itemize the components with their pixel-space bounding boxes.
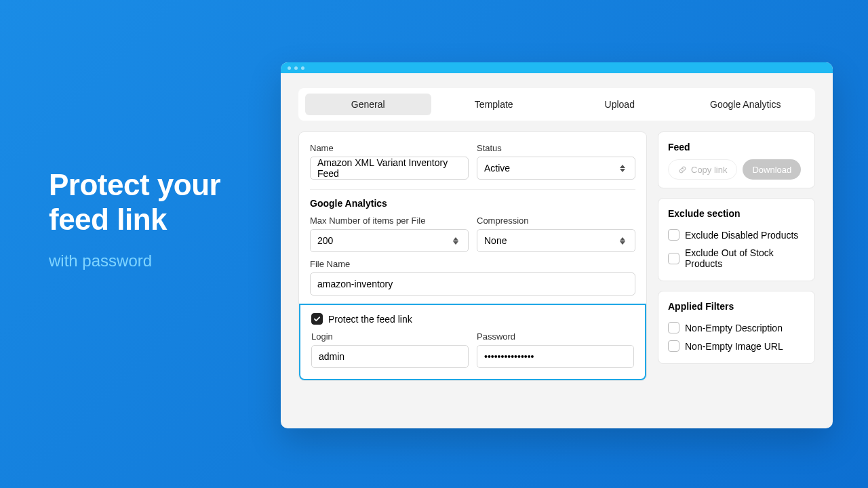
filename-input[interactable]: amazon-inventory	[310, 272, 635, 296]
max-items-label: Max Number of items per File	[310, 216, 469, 226]
hero-title: Protect your feed link	[49, 168, 220, 237]
main-form: Name Amazon XML Variant Inventory Feed S…	[298, 131, 647, 381]
protect-section: Protect the feed link Login admin Passwo…	[299, 304, 646, 380]
copy-link-button[interactable]: Copy link	[668, 159, 737, 180]
feed-panel: Feed Copy link Download	[658, 131, 815, 188]
chevron-updown-icon	[620, 235, 628, 247]
status-select[interactable]: Active	[477, 157, 635, 180]
filename-label: File Name	[310, 259, 635, 269]
app-window: General Template Upload Google Analytics…	[281, 62, 833, 428]
name-input[interactable]: Amazon XML Variant Inventory Feed	[310, 157, 469, 180]
compression-select[interactable]: None	[477, 229, 635, 252]
chevron-updown-icon	[620, 162, 628, 174]
protect-label: Protect the feed link	[328, 314, 412, 325]
hero-text: Protect your feed link with password	[49, 168, 220, 270]
tab-bar: General Template Upload Google Analytics	[298, 88, 815, 121]
filters-heading: Applied Filters	[668, 301, 805, 312]
window-dot-icon	[294, 66, 298, 70]
compression-label: Compression	[477, 216, 635, 226]
window-dot-icon	[288, 66, 291, 70]
filters-panel: Applied Filters Non-Empty Description No…	[658, 291, 815, 364]
window-dot-icon	[301, 66, 304, 70]
exclude-oos-checkbox[interactable]	[668, 253, 679, 264]
login-label: Login	[311, 331, 469, 342]
filter-item-label: Non-Empty Image URL	[685, 341, 783, 352]
password-input[interactable]: •••••••••••••••	[477, 345, 634, 368]
protect-checkbox[interactable]	[311, 313, 323, 325]
exclude-item-label: Exclude Out of Stock Products	[685, 247, 805, 269]
window-titlebar	[281, 62, 833, 73]
divider	[310, 189, 635, 190]
filter-nonempty-desc-checkbox[interactable]	[668, 322, 679, 333]
link-icon	[678, 165, 687, 174]
name-label: Name	[310, 143, 469, 153]
download-button[interactable]: Download	[743, 159, 801, 180]
tab-upload[interactable]: Upload	[557, 94, 683, 115]
hero-subtitle: with password	[49, 251, 220, 270]
exclude-disabled-checkbox[interactable]	[668, 229, 679, 241]
filter-item-label: Non-Empty Description	[685, 323, 783, 333]
password-label: Password	[477, 331, 634, 342]
max-items-select[interactable]: 200	[310, 229, 469, 252]
tab-general[interactable]: General	[305, 94, 431, 115]
chevron-updown-icon	[453, 235, 461, 247]
check-icon	[313, 315, 321, 323]
exclude-heading: Exclude section	[668, 208, 805, 219]
ga-heading: Google Analytics	[310, 198, 635, 209]
tab-template[interactable]: Template	[431, 94, 557, 115]
exclude-panel: Exclude section Exclude Disabled Product…	[658, 198, 815, 281]
feed-heading: Feed	[668, 142, 805, 152]
login-input[interactable]: admin	[311, 345, 469, 368]
filter-nonempty-image-checkbox[interactable]	[668, 340, 679, 352]
status-label: Status	[477, 143, 635, 153]
tab-google-analytics[interactable]: Google Analytics	[683, 94, 809, 115]
exclude-item-label: Exclude Disabled Products	[685, 230, 798, 241]
